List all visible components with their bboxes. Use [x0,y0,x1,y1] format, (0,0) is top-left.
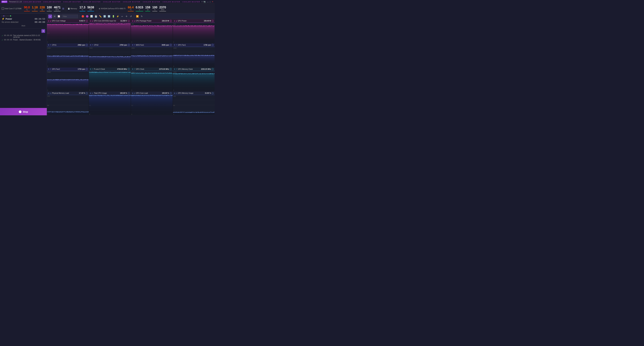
toolbar-battery-button[interactable]: 🔋 [112,14,115,18]
chart-info-mos-fan1[interactable]: i [170,44,172,46]
chart-icon2-cpu2-fan: ✛ [92,44,93,46]
error-status: No errors detected [2,21,18,23]
stats-bar: □ Intel Core i7-12700K 90.0 °C 1.18 V 22… [0,4,215,14]
stop-button[interactable]: Stop [0,108,47,115]
chart-cell-pcore0-clock: ⊞ ↺ P-core 0 Clock 4700.00 MHz i [89,67,131,91]
toolbar-purple-button[interactable]: 🟣 [85,14,89,18]
minimize-button[interactable]: — [207,1,209,3]
chart-icon2-gpu-core-load: ◎ [134,92,135,94]
cpu-temp-value: 90.0 [24,6,30,9]
view-grid-button[interactable]: ⊞ [53,14,56,18]
chart-value-cpu1-fan: 2992 rpm [78,44,85,46]
chart-info-gpu-fan2[interactable]: i [86,68,88,70]
chart-info-physical-memory-load[interactable]: i [86,92,88,94]
toolbar-export-button[interactable]: ⬆️ [107,14,111,18]
toolbar-chart-button[interactable]: 📊 [90,14,94,18]
chart-title-pcore0-clock: P-core 0 Clock [94,68,116,70]
lightning-icon: ⚡ [2,17,4,20]
chart-icon2-gpu-fan1: ✛ [176,44,177,46]
toolbar-refresh-button[interactable]: ↺ [129,14,133,18]
cpu-grid-icon[interactable]: ⊞ [62,7,64,10]
chart-body-gpu-power [173,23,215,43]
chart-cell-cpu-package-power: ⊞ ◈ CPU Package Power 228.33 W i [131,19,173,43]
gpu-label: 🖥 NVIDIA GeForce RTX 4060 Ti [98,7,126,9]
chart-body-gpu-memory-clock [173,71,215,91]
cpu-voltage-value: 1.18 [32,6,38,9]
chart-canvas-cpu2-fan [89,47,131,67]
toolbar-power-button[interactable]: ⚡ [116,14,120,18]
help-button[interactable]: ? [202,1,202,3]
toolbar-reset-button[interactable]: ↻ [140,14,144,18]
chart-header-cpu2-fan: ⊞ ✛ CPU2 2784 rpm i [89,43,131,47]
chart-header-cpu1-fan: ⊞ ✛ CPU1 2992 rpm i [47,43,89,47]
chart-body-cpu1-fan [47,47,89,67]
copy-button[interactable]: ⧉ [42,29,45,33]
log-text-2: Power - Started (Duration : 00:40:00) [13,39,40,41]
chart-info-gpu-memory-usage[interactable]: i [212,92,214,94]
gpu-voltage-unit: V [139,9,140,11]
dot-1 [2,15,3,16]
chart-icon2-cpu-package-power: ◈ [134,20,135,22]
toolbar-red-button[interactable]: 🔴 [81,14,85,18]
chart-header-mos-fan1: ⊞ ✛ MOS Fan1 3045 rpm i [131,43,173,47]
gpu-temp-underline [128,11,134,11]
camera-button[interactable]: 📷 [204,1,206,3]
chart-icon1-physical-memory-load: ⊞ [48,92,49,94]
chart-info-pcore0-clock[interactable]: i [128,68,130,70]
cpu-temp: 90.0 °C [24,6,30,11]
chart-info-cpu1-fan[interactable]: i [86,44,88,46]
toolbar-equals-button[interactable]: ═ [120,14,124,18]
chart-info-gpu-fan1[interactable]: i [212,44,214,46]
close-button[interactable]: ✕ [212,1,213,3]
filter-input[interactable] [62,14,78,18]
chart-icon2-gpu-core-voltage: ◈ [50,20,51,22]
log-time-2: 00:00:00 [4,39,12,41]
view-list-button[interactable]: ≡ [48,14,52,18]
elapsed-time: 00:34:53 [34,17,45,20]
chart-cell-mos-fan1: ⊞ ✛ MOS Fan1 3045 rpm i [131,43,173,67]
chart-info-gpu-clock[interactable]: i [170,68,172,70]
dot-5 [8,15,10,16]
chart-icon1-gpu-core-nvvdd: ⊞ [90,20,91,22]
chart-title-gpu-memory-usage: GPU Memory Usage [178,92,204,94]
chart-body-cpu-package-power [131,23,173,43]
app-logo: OCCT Personal 12.1.10 [1,1,22,3]
toolbar-filter-button[interactable]: 🔽 [136,14,139,18]
chart-value-gpu-memory-usage: 15.85 % [205,92,211,94]
gpu-freq-underline [159,11,166,11]
chart-cell-gpu-core-voltage: ⊞ ◈ GPU Core Voltage 0.915 V i [47,19,89,43]
toolbar-edit-button[interactable]: ✏️ [98,14,102,18]
chart-info-total-cpu-usage[interactable]: i [128,92,130,94]
chart-info-gpu-core-nvvdd[interactable]: i [128,20,130,22]
chart-info-gpu-core-voltage[interactable]: i [86,20,88,22]
chart-icon1-gpu-fan1: ⊞ [174,44,175,46]
chart-icon2-physical-memory-load: ◎ [50,92,51,94]
window-controls[interactable]: ? 📷 — □ ✕ [202,1,213,3]
cpu-load-underline [47,11,52,11]
view-chart-button[interactable]: 📈 [57,14,61,18]
chart-icon1-cpu1-fan: ⊞ [48,44,49,46]
maximize-button[interactable]: □ [210,1,211,3]
chart-info-gpu-memory-clock[interactable]: i [212,68,214,70]
gpu-freq: 2370 MHz [159,6,166,11]
cpu-label: □ Intel Core i7-12700K [2,7,22,10]
chart-value-gpu-clock: 2370.00 MHz [159,68,169,70]
chart-body-physical-memory-load [47,95,89,115]
chart-title-gpu-power: GPU Power [178,20,203,22]
chart-info-gpu-power[interactable]: i [212,20,214,22]
toolbar-save-button[interactable]: 💾 [94,14,98,18]
chart-title-gpu-memory-clock: GPU Memory Clock [178,68,200,70]
chart-header-gpu-power: ⊞ ◈ GPU Power 159.40 W i [173,19,215,23]
chart-body-pcore0-clock [89,71,131,91]
chart-info-cpu-package-power[interactable]: i [170,20,172,22]
chart-info-gpu-core-load[interactable]: i [170,92,172,94]
chart-icon2-mos-fan1: ✛ [134,44,135,46]
chart-value-cpu-package-power: 228.33 W [162,20,169,22]
chart-info-cpu2-fan[interactable]: i [128,44,130,46]
cpu-icon: □ [2,7,4,10]
chart-icon2-total-cpu-usage: ◎ [92,92,93,94]
toolbar-plus-button[interactable]: ✛ [124,14,128,18]
toolbar-info-button[interactable]: ℹ️ [103,14,106,18]
cpu-voltage-unit: V [34,9,36,11]
log-text-1: Test schedule started at 2023-11-15 18:5… [13,34,45,38]
